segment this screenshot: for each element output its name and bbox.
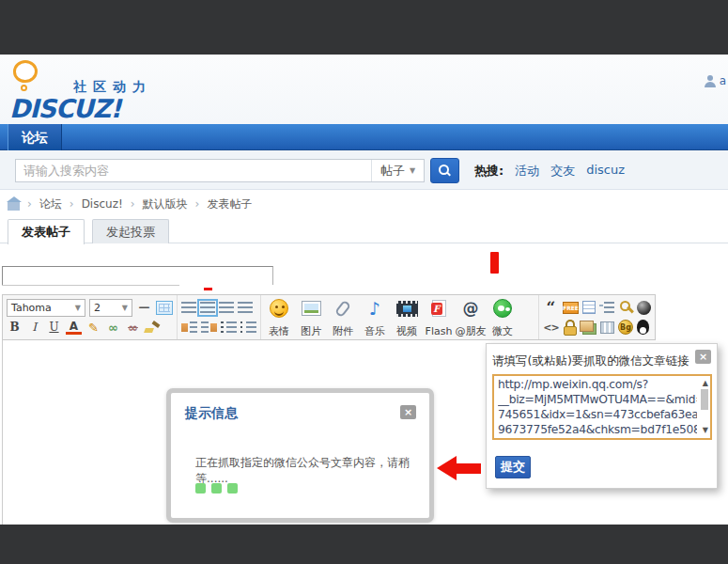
qq-emote-icon[interactable] [637,320,649,335]
emoticon-button-label: 表情 [269,326,289,337]
search-section: 帖子 ▼ 热搜: 活动交友discuz [0,150,728,190]
font-family-select[interactable]: Tahoma ▼ [7,299,85,317]
float-table-icon[interactable] [156,301,173,315]
user-menu[interactable]: a [705,73,726,88]
dialog-close-button[interactable]: × [400,405,416,419]
align-left-icon[interactable] [200,302,215,314]
chevron-down-icon: ▼ [122,304,128,312]
hot-link-discuz[interactable]: discuz [586,163,625,180]
italic-button[interactable]: I [26,320,42,336]
scrollbar-up-icon[interactable]: ▲ [703,380,708,387]
indent-list-icon[interactable] [599,302,614,314]
toolbar-insert-group: 表情图片附件♪音乐视频Flash@@朋友微文 [261,295,539,339]
breadcrumb-item[interactable]: 论坛 [39,196,62,212]
table-insert-icon[interactable] [600,321,614,334]
emoticon-button[interactable]: 表情 [263,298,295,337]
insert-link-icon[interactable]: ∞ [105,320,121,336]
free-resource-icon[interactable]: FREE [563,302,579,314]
video-button-icon [396,298,418,319]
font-color-button[interactable]: A [66,321,82,335]
nav-item-forum[interactable]: 论坛 [8,124,62,150]
word-paste-icon[interactable] [582,301,596,314]
music-button[interactable]: ♪音乐 [359,298,391,337]
sell-key-icon[interactable] [618,300,633,315]
bold-button[interactable]: B [7,320,23,336]
weixin-article-button[interactable]: 微文 [487,298,519,337]
blockquote-icon[interactable]: “ [543,300,559,316]
scrollbar-thumb[interactable] [701,389,708,410]
hot-search-label: 热搜: [474,163,503,180]
search-scope-dropdown[interactable]: 帖子 ▼ [371,160,424,181]
post-title-input[interactable] [2,266,273,285]
breadcrumb: ›论坛›Discuz!›默认版块›发表帖子 [8,196,252,212]
submit-button[interactable]: 提交 [495,456,531,478]
main-navbar: 论坛 [0,124,728,150]
tab-发起投票[interactable]: 发起投票 [92,219,169,243]
breadcrumb-separator: › [195,197,200,211]
image-float-left-icon[interactable] [181,321,197,334]
image-float-right-icon[interactable] [201,321,217,334]
code-icon[interactable]: <> [543,320,559,336]
site-header: 社区动力 DISCUZ! a [0,55,728,124]
dialog-title: 提示信息 [185,405,238,422]
hidden-content-icon[interactable] [637,301,651,315]
discuz-logo[interactable]: 社区动力 DISCUZ! [9,58,197,124]
weixin-article-button-icon [493,298,512,319]
image-button[interactable]: 图片 [295,298,327,337]
weixin-article-button-label: 微文 [492,326,513,337]
video-button[interactable]: 视频 [391,298,423,337]
loading-dot [195,483,206,494]
image-button-icon [302,298,321,319]
attachment-button[interactable]: 附件 [327,298,359,337]
flash-button-icon [432,298,446,319]
password-lock-icon[interactable] [563,320,576,335]
dialog-message: 正在抓取指定的微信公众号文章内容，请稍等...... [195,455,421,487]
at-icon: @ [463,299,479,318]
tab-发表帖子[interactable]: 发表帖子 [8,219,85,244]
search-button[interactable] [430,158,459,183]
hot-search: 热搜: 活动交友discuz [474,163,625,180]
breadcrumb-item[interactable]: 默认版块 [143,196,188,212]
screenshot-root: 社区动力 DISCUZ! a 论坛 帖子 ▼ 热搜: 活动交友discuz [0,0,728,564]
scrollbar-down-icon[interactable]: ▼ [703,427,708,434]
underline-button[interactable]: U [46,320,62,336]
align-right-icon[interactable] [238,302,253,314]
font-size-select[interactable]: 2 ▼ [89,299,132,317]
hot-link-活动[interactable]: 活动 [515,163,539,180]
align-center-icon[interactable] [219,302,234,314]
flashic-icon [432,300,446,317]
align-full-icon[interactable] [181,302,196,314]
flash-button-label: Flash [426,326,453,337]
url-line: 745651&idx=1&sn=473ccbefa63ea95ee77 [498,407,697,422]
editor-toolbar: Tahoma ▼ 2 ▼ — BIUA✎∞∞ 表情图片附件♪音乐视频Flash@… [2,294,656,340]
red-arrow-head [437,456,457,480]
popup-close-button[interactable]: × [695,350,711,364]
flash-button[interactable]: Flash [423,298,455,337]
unordered-list-icon[interactable] [240,321,256,334]
horizontal-rule-icon[interactable]: — [136,300,152,316]
spellcheck-pencil-icon[interactable]: ✎ [85,320,101,336]
attachment-button-icon [338,298,348,319]
album-icon[interactable] [580,321,596,335]
background-icon[interactable]: Bg [618,320,633,335]
search-input[interactable] [16,160,371,181]
breadcrumb-item[interactable]: 发表帖子 [207,196,252,212]
clear-format-brush-icon[interactable] [145,321,160,334]
video-button-label: 视频 [396,326,417,337]
breadcrumb-item[interactable]: Discuz! [82,197,123,211]
remove-link-icon[interactable]: ∞ [125,320,141,336]
weixin-url-textarea[interactable]: http://mp.weixin.qq.com/s?__biz=MjM5MTMw… [492,374,712,440]
film-icon [396,301,418,317]
loading-dot [211,483,222,494]
at-friend-button[interactable]: @@朋友 [455,298,487,337]
breadcrumb-separator: › [131,197,135,211]
toolbar-paragraph-group [178,295,261,339]
home-icon[interactable] [8,202,20,211]
ordered-list-icon[interactable] [221,321,237,334]
emoticon-button-icon [270,298,288,319]
user-name: a [720,74,726,87]
chevron-down-icon: ▼ [75,304,81,312]
loading-dot [227,483,238,494]
url-line: http://mp.weixin.qq.com/s? [498,377,697,392]
hot-link-交友[interactable]: 交友 [550,163,575,180]
